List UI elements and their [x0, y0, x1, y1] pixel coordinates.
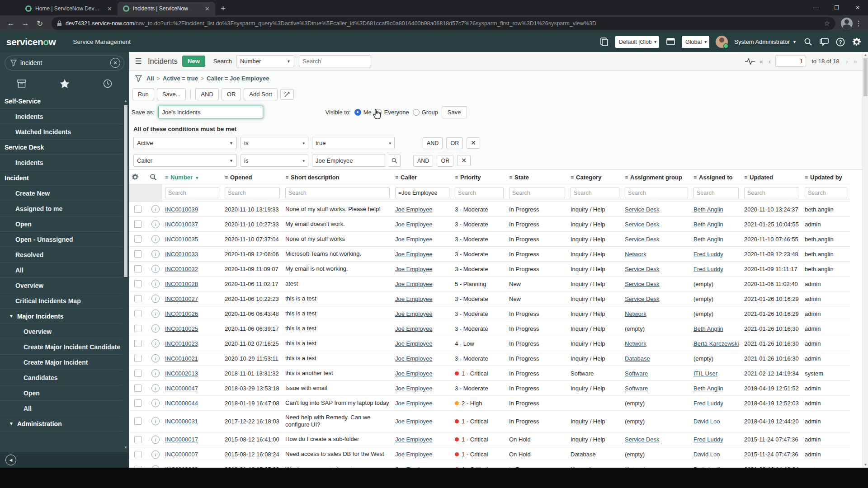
address-bar[interactable]: dev74321.service-now.com/nav_to.do?uri=%… — [52, 17, 835, 30]
caller-link[interactable]: Joe Employee — [395, 310, 432, 317]
assigned-to-link[interactable]: Fred Luddy — [693, 436, 723, 443]
caller-link[interactable]: Joe Employee — [395, 296, 432, 302]
column-menu-icon[interactable]: ≡ — [225, 174, 228, 181]
application-picker[interactable]: Global ▾ — [682, 36, 709, 48]
row-info-icon[interactable]: i — [151, 384, 160, 392]
condition-and-button[interactable]: AND — [413, 155, 433, 167]
window-minimize-button[interactable]: — — [806, 0, 826, 15]
update-set-picker[interactable]: Default [Globa ▾ — [615, 36, 659, 48]
column-search-input-category[interactable] — [571, 188, 619, 198]
application-scope-icon[interactable] — [665, 37, 675, 47]
column-menu-icon[interactable]: ≡ — [805, 174, 808, 181]
column-header-priority[interactable]: ≡Priority — [452, 170, 506, 184]
sidebar-item-assigned-to-me[interactable]: Assigned to me — [0, 201, 123, 216]
assignment-group-link[interactable]: Service Desk — [625, 221, 660, 228]
column-search-input-number[interactable] — [165, 188, 219, 198]
row-info-icon[interactable]: i — [151, 339, 160, 347]
sidebar-item-watched-incidents[interactable]: Watched Incidents — [0, 124, 123, 140]
sidebar-item-incidents[interactable]: Incidents — [0, 155, 123, 170]
column-header-short-description[interactable]: ≡Short description — [283, 170, 392, 184]
refresh-icon[interactable]: ↻ — [33, 17, 46, 30]
condition-value-select[interactable]: true ▾ — [312, 137, 395, 149]
column-header-assigned-to[interactable]: ≡Assigned to — [691, 170, 741, 184]
number-link[interactable]: INC0010028 — [165, 281, 198, 287]
column-search-input-state[interactable] — [509, 188, 565, 198]
column-header-category[interactable]: ≡Category — [568, 170, 622, 184]
filter-funnel-icon[interactable] — [135, 75, 142, 82]
sidebar-item-overview[interactable]: Overview — [0, 278, 123, 293]
number-link[interactable]: INC0010023 — [165, 340, 198, 347]
back-icon[interactable]: ← — [5, 17, 17, 30]
sidebar-subitem-overview[interactable]: Overview — [0, 324, 123, 339]
column-menu-icon[interactable]: ≡ — [571, 174, 574, 181]
assignment-group-link[interactable]: Service Desk — [625, 266, 660, 272]
row-checkbox[interactable] — [134, 385, 142, 392]
number-link[interactable]: INC0010033 — [165, 251, 198, 258]
new-tab-button[interactable]: + — [221, 4, 226, 14]
or-condition-button[interactable]: OR — [222, 88, 241, 100]
row-info-icon[interactable]: i — [151, 369, 160, 377]
column-search-input-short-description[interactable] — [285, 188, 390, 198]
number-link[interactable]: INC0000017 — [165, 436, 198, 443]
caller-link[interactable]: Joe Employee — [395, 221, 432, 228]
browser-tab-home[interactable]: Home | ServiceNow Developers ✕ — [20, 2, 118, 15]
browser-menu-icon[interactable]: ⋮ — [854, 19, 863, 28]
row-info-icon[interactable]: i — [151, 280, 160, 288]
column-menu-icon[interactable]: ≡ — [625, 174, 628, 181]
previous-page-icon[interactable]: ‹ — [768, 57, 772, 65]
caller-link[interactable]: Joe Employee — [395, 206, 432, 213]
settings-gear-icon[interactable] — [852, 37, 862, 47]
assigned-to-link[interactable]: David Loo — [693, 451, 720, 458]
column-menu-icon[interactable]: ≡ — [285, 174, 288, 181]
column-search-input-priority[interactable] — [455, 188, 504, 198]
row-info-icon[interactable]: i — [151, 417, 160, 425]
assigned-to-link[interactable]: Beth Anglin — [693, 466, 723, 468]
list-context-menu-icon[interactable]: ☰ — [133, 56, 143, 66]
row-checkbox[interactable] — [134, 355, 142, 362]
save-filter-button[interactable]: Save... — [157, 88, 186, 100]
user-menu[interactable]: System Administrator ▼ — [734, 38, 797, 45]
column-header-updated[interactable]: ≡Updated — [741, 170, 802, 184]
caller-link[interactable]: Joe Employee — [395, 436, 432, 443]
search-column-select[interactable]: Number ▼ — [236, 55, 294, 67]
radio-me[interactable] — [354, 109, 361, 116]
scroll-thumb[interactable] — [863, 58, 868, 96]
scroll-up-icon[interactable]: ▲ — [123, 99, 128, 103]
sidebar-expander-major-incidents[interactable]: ▼Major Incidents — [0, 309, 123, 324]
caller-link[interactable]: Joe Employee — [395, 418, 432, 425]
assignment-group-link[interactable]: Service Desk — [625, 206, 660, 213]
next-page-icon[interactable]: › — [845, 57, 849, 65]
number-link[interactable]: INC0010037 — [165, 221, 198, 228]
row-checkbox[interactable] — [134, 235, 142, 243]
row-checkbox[interactable] — [134, 206, 142, 213]
row-info-icon[interactable]: i — [151, 436, 160, 444]
condition-or-button[interactable]: OR — [437, 155, 453, 167]
clear-filter-icon[interactable]: ✕ — [110, 58, 120, 68]
number-link[interactable]: INC0010035 — [165, 236, 198, 243]
scroll-down-icon[interactable]: ▼ — [123, 446, 128, 450]
assignment-group-link[interactable]: Software — [625, 370, 648, 377]
condition-field-select[interactable]: Active ▼ — [133, 137, 237, 149]
condition-field-select[interactable]: Caller ▼ — [133, 155, 237, 167]
row-info-icon[interactable]: i — [151, 295, 160, 303]
number-link[interactable]: INC0000031 — [165, 418, 198, 425]
row-checkbox[interactable] — [134, 340, 142, 347]
sidebar-item-incidents[interactable]: Incidents — [0, 109, 123, 124]
tab-close-icon[interactable]: ✕ — [106, 5, 113, 12]
navigator-filter-input[interactable] — [20, 59, 107, 66]
row-info-icon[interactable]: i — [151, 310, 160, 318]
caller-link[interactable]: Joe Employee — [395, 325, 432, 332]
new-record-button[interactable]: New — [182, 56, 205, 67]
assigned-to-link[interactable]: Fred Luddy — [693, 400, 723, 407]
visible-to-group-option[interactable]: Group — [413, 109, 438, 116]
content-scrollbar[interactable]: ▲ ▼ — [863, 52, 868, 468]
number-link[interactable]: INC0000047 — [165, 385, 198, 392]
row-checkbox[interactable] — [134, 399, 142, 407]
connect-chat-icon[interactable] — [819, 37, 829, 47]
caller-link[interactable]: Joe Employee — [395, 370, 432, 377]
sidebar-item-open[interactable]: Open — [0, 216, 123, 232]
collapse-navigator-icon[interactable]: ◄ — [5, 455, 16, 465]
row-number-input[interactable] — [775, 56, 806, 67]
assignment-group-link[interactable]: Network — [625, 310, 646, 317]
breadcrumb-link-all[interactable]: All — [146, 75, 154, 82]
